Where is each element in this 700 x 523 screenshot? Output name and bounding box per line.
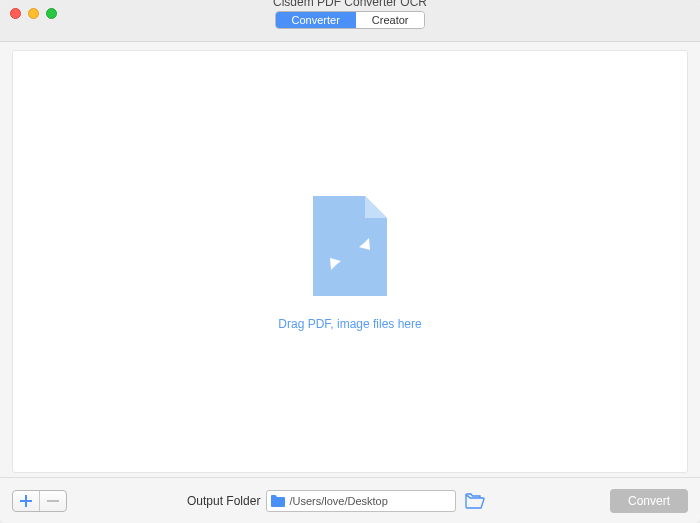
convert-button[interactable]: Convert	[610, 489, 688, 513]
drop-zone[interactable]: Drag PDF, image files here	[12, 50, 688, 473]
tab-creator[interactable]: Creator	[356, 12, 425, 28]
title-bar: Cisdem PDF Converter OCR Converter Creat…	[0, 0, 700, 42]
add-remove-group	[12, 490, 67, 512]
file-refresh-icon	[305, 192, 395, 302]
add-file-button[interactable]	[13, 491, 39, 511]
plus-icon	[19, 494, 33, 508]
remove-file-button[interactable]	[40, 491, 66, 511]
svg-rect-1	[20, 500, 32, 502]
app-window: Cisdem PDF Converter OCR Converter Creat…	[0, 0, 700, 523]
minimize-icon[interactable]	[28, 8, 39, 19]
open-folder-icon	[465, 493, 485, 509]
app-title: Cisdem PDF Converter OCR	[273, 0, 427, 9]
folder-icon	[271, 495, 285, 507]
minus-icon	[46, 494, 60, 508]
close-icon[interactable]	[10, 8, 21, 19]
output-path-text: /Users/love/Desktop	[289, 495, 451, 507]
output-folder-label: Output Folder	[187, 494, 260, 508]
mode-segmented-control: Converter Creator	[275, 11, 426, 29]
drop-hint-text: Drag PDF, image files here	[278, 317, 421, 331]
svg-rect-2	[47, 500, 59, 502]
window-controls	[10, 8, 57, 19]
tab-converter[interactable]: Converter	[276, 12, 356, 28]
maximize-icon[interactable]	[46, 8, 57, 19]
footer-bar: Output Folder /Users/love/Desktop Conver…	[0, 477, 700, 523]
browse-folder-button[interactable]	[464, 492, 486, 510]
output-folder-field[interactable]: /Users/love/Desktop	[266, 490, 456, 512]
